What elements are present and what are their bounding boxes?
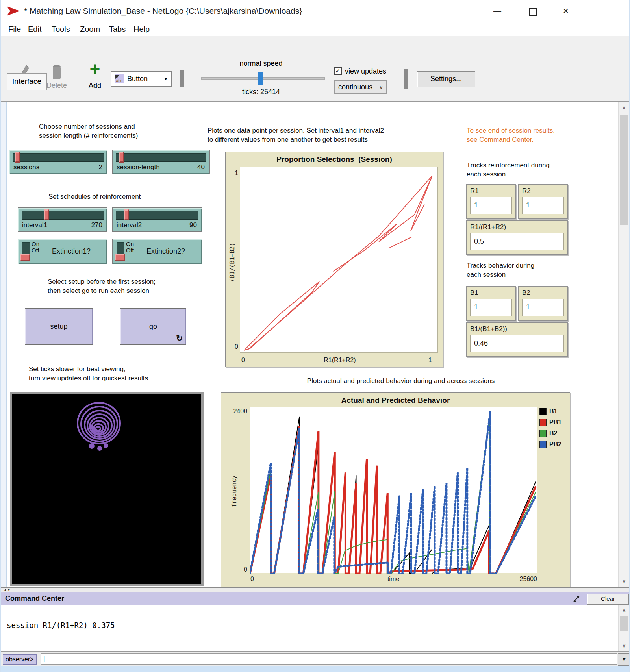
widget-type-dropdown[interactable]: abc Button ▼ [111, 71, 172, 87]
window-title: * Matching Law Simulation_Base - NetLogo… [24, 6, 302, 16]
plot1-canvas [240, 167, 438, 353]
slider-track[interactable] [116, 211, 198, 220]
slider-value: 270 [91, 221, 102, 229]
plot2-area [250, 407, 537, 573]
plot1-xtick-min: 0 [241, 357, 245, 364]
menu-help[interactable]: Help [131, 24, 152, 35]
note-ticks: Set ticks slower for best viewing; turn … [29, 365, 198, 383]
scroll-down-icon[interactable]: ∨ [619, 643, 630, 649]
scroll-up-icon[interactable]: ∧ [619, 607, 630, 613]
main-scrollbar[interactable]: ∧ ∨ [618, 102, 630, 587]
slider-track[interactable] [13, 153, 104, 162]
note-command-center: To see end of session results, see Comma… [467, 126, 581, 144]
slider-value: 40 [197, 163, 205, 171]
plot2-xtick-max: 25600 [507, 576, 537, 583]
slider-track[interactable] [116, 153, 206, 162]
monitor-value: 1 [522, 197, 564, 214]
menu-tools[interactable]: Tools [49, 24, 72, 35]
slider-name: session-length [117, 163, 160, 171]
switch-extinction1[interactable]: On Off Extinction1? [18, 239, 107, 264]
menu-tabs[interactable]: Tabs [107, 24, 128, 35]
switch-on-label: On [32, 241, 39, 247]
history-dropdown-button[interactable]: ▼ [618, 653, 630, 666]
slider-track[interactable] [22, 211, 104, 220]
switch-on-label: On [126, 241, 134, 247]
menu-zoom[interactable]: Zoom [78, 24, 102, 35]
menu-edit[interactable]: Edit [26, 24, 44, 35]
command-center-splitter[interactable]: ▲▼ [1, 587, 630, 592]
settings-button[interactable]: Settings... [417, 71, 475, 87]
slider-handle[interactable] [119, 152, 124, 163]
switch-name: Extinction1? [52, 247, 91, 255]
plot2-ytick-min: 0 [224, 566, 247, 573]
plot2-canvas [250, 407, 537, 574]
update-mode-dropdown[interactable]: continuous ∨ [334, 80, 387, 94]
setup-button-label: setup [50, 322, 67, 331]
command-input[interactable]: | [41, 653, 617, 665]
maximize-button[interactable] [529, 8, 537, 16]
window-bottom-edge [1, 666, 630, 672]
command-center-scrollbar[interactable]: ∧ ∨ [618, 605, 630, 651]
view-updates-checkbox[interactable]: ✓ [334, 67, 342, 75]
toolbar-separator [404, 69, 408, 89]
add-plus-icon: + [85, 60, 105, 78]
minimize-button[interactable]: — [489, 5, 506, 17]
monitor-r1: R1 1 [466, 184, 516, 219]
monitor-value: 1 [470, 299, 512, 316]
slider-sessions[interactable]: sessions 2 [9, 150, 107, 174]
slider-handle[interactable] [44, 209, 49, 220]
note-sessions: Choose number of sessions and session le… [39, 122, 173, 141]
monitor-b2: B2 1 [518, 286, 568, 321]
plot2-xlabel: time [354, 576, 433, 583]
note-schedules: Set schedules of reinforcement [48, 192, 174, 201]
monitor-label: B1/(B1+B2)) [470, 325, 507, 333]
observer-row: observer> | ▼ [1, 651, 630, 666]
slider-name: sessions [13, 163, 39, 171]
left-edge-strip [1, 102, 7, 587]
chevron-down-icon: ∨ [379, 84, 383, 90]
speed-slider-track[interactable] [201, 77, 325, 80]
legend-swatch-b2 [539, 430, 547, 437]
plot1-xtick-max: 1 [428, 357, 432, 364]
slider-session-length[interactable]: session-length 40 [112, 150, 210, 174]
speed-slider-label: normal speed [220, 59, 302, 68]
delete-button[interactable]: Delete [44, 81, 70, 90]
forever-icon: ↻ [176, 333, 183, 343]
scroll-up-icon[interactable]: ∧ [619, 105, 630, 111]
close-button[interactable]: ✕ [557, 5, 574, 17]
legend-swatch-pb2 [539, 441, 547, 448]
monitor-label: B1 [470, 289, 478, 297]
switch-handle[interactable] [115, 254, 125, 261]
scroll-down-icon[interactable]: ∨ [619, 578, 630, 584]
slider-interval2[interactable]: interval2 90 [112, 207, 202, 232]
slider-interval1[interactable]: interval1 270 [18, 207, 107, 232]
widget-type-value: Button [127, 75, 160, 83]
switch-extinction2[interactable]: On Off Extinction2? [112, 239, 202, 264]
slider-value: 2 [99, 163, 102, 171]
clear-button[interactable]: Clear [587, 594, 629, 605]
slider-handle[interactable] [124, 209, 129, 220]
go-button[interactable]: go ↻ [120, 308, 186, 345]
chevron-down-icon: ▼ [163, 76, 168, 81]
command-center-header: Command Center Clear [1, 592, 630, 605]
expand-icon[interactable] [572, 594, 581, 603]
command-center-output: session R1/(R1+R2) 0.375 session B1/(B1+… [1, 605, 618, 651]
switch-handle[interactable] [20, 254, 30, 261]
speed-slider-thumb[interactable] [258, 72, 263, 85]
button-widget-icon: abc [115, 74, 124, 83]
toolbar: Edit Delete + Add abc Button ▼ normal sp… [1, 53, 630, 102]
scrollbar-thumb[interactable] [620, 616, 628, 631]
legend-swatch-b1 [539, 408, 547, 415]
plot1-ytick-min: 0 [228, 343, 238, 350]
plot1-xlabel: R1(R1+R2) [296, 357, 383, 364]
command-center-title: Command Center [5, 594, 64, 603]
add-button[interactable]: Add [85, 81, 105, 90]
tab-interface[interactable]: Interface [7, 73, 47, 90]
title-bar: * Matching Law Simulation_Base - NetLogo… [1, 0, 630, 22]
setup-button[interactable]: setup [25, 308, 93, 345]
monitor-value: 0.46 [470, 335, 564, 352]
plot1-ytick-max: 1 [228, 170, 238, 177]
scrollbar-thumb[interactable] [620, 115, 628, 225]
menu-file[interactable]: File [6, 24, 23, 35]
slider-handle[interactable] [15, 152, 20, 163]
